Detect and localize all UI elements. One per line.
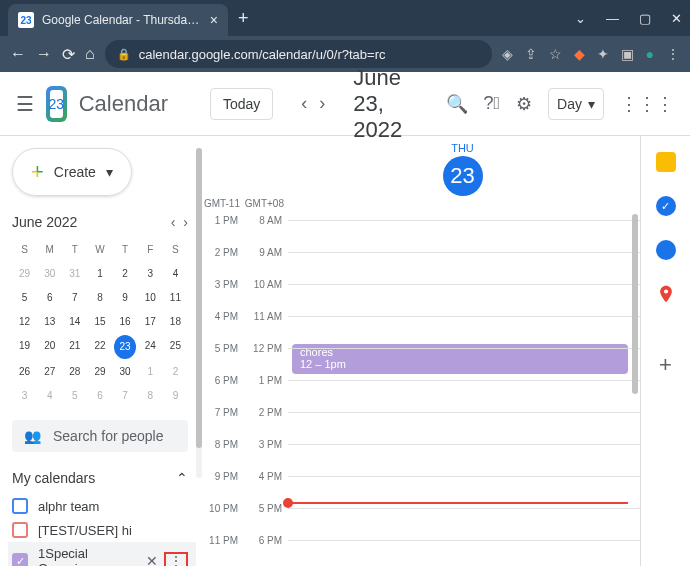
mini-cal-day[interactable]: 29: [12, 262, 37, 286]
mini-cal-day[interactable]: 6: [37, 286, 62, 310]
mini-cal-day[interactable]: 7: [62, 286, 87, 310]
mini-cal-prev-icon[interactable]: ‹: [171, 214, 176, 230]
maps-icon[interactable]: [656, 284, 676, 308]
next-period-icon[interactable]: ›: [315, 89, 329, 118]
mini-cal-day[interactable]: 19: [12, 334, 37, 358]
maximize-icon[interactable]: ▢: [639, 11, 651, 26]
hour-cell[interactable]: [288, 540, 640, 566]
main-menu-icon[interactable]: ☰: [16, 92, 34, 116]
mini-cal-day[interactable]: 15: [87, 310, 112, 334]
search-icon[interactable]: 🔍: [446, 93, 468, 115]
hour-cell[interactable]: [288, 476, 640, 508]
mini-cal-day[interactable]: 4: [37, 384, 62, 408]
calendar-list-item[interactable]: [TEST/USER] hi: [12, 518, 188, 542]
hour-row[interactable]: 11 PM6 PM: [200, 540, 640, 566]
mini-cal-day[interactable]: 11: [163, 286, 188, 310]
hour-cell[interactable]: [288, 380, 640, 412]
mini-cal-day[interactable]: 1: [87, 262, 112, 286]
tasks-icon[interactable]: [656, 196, 676, 216]
mini-cal-day[interactable]: 6: [87, 384, 112, 408]
back-icon[interactable]: ←: [10, 45, 26, 63]
extension-icon-1[interactable]: ◆: [574, 46, 585, 62]
hour-cell[interactable]: [288, 412, 640, 444]
mini-cal-day[interactable]: 31: [62, 262, 87, 286]
extension-icon-2[interactable]: ▣: [621, 46, 634, 62]
mini-cal-day[interactable]: 2: [113, 262, 138, 286]
mini-cal-day[interactable]: 3: [138, 262, 163, 286]
hour-cell[interactable]: [288, 220, 640, 252]
eye-icon[interactable]: ◈: [502, 46, 513, 62]
mini-cal-day[interactable]: 4: [163, 262, 188, 286]
forward-icon[interactable]: →: [36, 45, 52, 63]
mini-cal-day[interactable]: 9: [113, 286, 138, 310]
add-panel-icon[interactable]: +: [659, 352, 672, 378]
settings-gear-icon[interactable]: ⚙: [516, 93, 532, 115]
mini-cal-day[interactable]: 26: [12, 360, 37, 384]
home-icon[interactable]: ⌂: [85, 45, 95, 63]
mini-cal-day[interactable]: 18: [163, 310, 188, 334]
calendar-checkbox[interactable]: [12, 553, 28, 566]
share-icon[interactable]: ⇪: [525, 46, 537, 62]
reload-icon[interactable]: ⟳: [62, 45, 75, 64]
mini-cal-day[interactable]: 23: [114, 335, 136, 359]
mini-cal-day[interactable]: 17: [138, 310, 163, 334]
today-button[interactable]: Today: [210, 88, 273, 120]
mini-cal-day[interactable]: 3: [12, 384, 37, 408]
minimize-icon[interactable]: —: [606, 11, 619, 26]
calendar-checkbox[interactable]: [12, 522, 28, 538]
mini-cal-day[interactable]: 12: [12, 310, 37, 334]
mini-cal-day[interactable]: 20: [37, 334, 62, 358]
profile-icon[interactable]: ●: [646, 46, 654, 62]
star-icon[interactable]: ☆: [549, 46, 562, 62]
mini-cal-day[interactable]: 16: [113, 310, 138, 334]
browser-tab[interactable]: 23 Google Calendar - Thursday, Jun… ×: [8, 4, 228, 36]
mini-cal-day[interactable]: 25: [163, 334, 188, 358]
mini-cal-day[interactable]: 21: [62, 334, 87, 358]
calendar-list-item[interactable]: 1Special Occasi…✕⋮: [8, 542, 196, 566]
mini-cal-day[interactable]: 7: [113, 384, 138, 408]
mini-cal-day[interactable]: 1: [138, 360, 163, 384]
mini-cal-day[interactable]: 5: [62, 384, 87, 408]
mini-cal-day[interactable]: 30: [37, 262, 62, 286]
mini-cal-day[interactable]: 8: [138, 384, 163, 408]
new-tab-button[interactable]: +: [238, 8, 249, 29]
mini-cal-day[interactable]: 27: [37, 360, 62, 384]
mini-cal-day[interactable]: 2: [163, 360, 188, 384]
keep-icon[interactable]: [656, 152, 676, 172]
chevron-down-icon[interactable]: ⌄: [575, 11, 586, 26]
mini-cal-day[interactable]: 29: [87, 360, 112, 384]
mini-cal-day[interactable]: 14: [62, 310, 87, 334]
mini-cal-day[interactable]: 24: [138, 334, 163, 358]
calendar-checkbox[interactable]: [12, 498, 28, 514]
hour-cell[interactable]: [288, 316, 640, 348]
contacts-icon[interactable]: [656, 240, 676, 260]
calendar-list-item[interactable]: alphr team: [12, 494, 188, 518]
calendar-hide-icon[interactable]: ✕: [146, 553, 158, 566]
close-window-icon[interactable]: ✕: [671, 11, 682, 26]
mini-cal-day[interactable]: 28: [62, 360, 87, 384]
mini-cal-day[interactable]: 30: [113, 360, 138, 384]
hour-cell[interactable]: [288, 252, 640, 284]
hour-cell[interactable]: [288, 444, 640, 476]
search-people-input[interactable]: 👥 Search for people: [12, 420, 188, 452]
day-number[interactable]: 23: [443, 156, 483, 196]
create-button[interactable]: + Create ▾: [12, 148, 132, 196]
mini-cal-day[interactable]: 5: [12, 286, 37, 310]
tab-close-icon[interactable]: ×: [210, 12, 218, 28]
kebab-menu-icon[interactable]: ⋮: [666, 46, 680, 62]
mini-cal-day[interactable]: 10: [138, 286, 163, 310]
day-view-scrollbar[interactable]: [632, 214, 638, 394]
extensions-icon[interactable]: ✦: [597, 46, 609, 62]
mini-cal-next-icon[interactable]: ›: [183, 214, 188, 230]
google-apps-icon[interactable]: ⋮⋮⋮: [620, 93, 674, 115]
hour-cell[interactable]: [288, 348, 640, 380]
help-icon[interactable]: ?⃝: [484, 93, 501, 114]
calendar-options-icon[interactable]: ⋮: [164, 552, 188, 566]
prev-period-icon[interactable]: ‹: [297, 89, 311, 118]
mini-cal-day[interactable]: 8: [87, 286, 112, 310]
mini-cal-day[interactable]: 9: [163, 384, 188, 408]
mini-cal-day[interactable]: 22: [87, 334, 112, 358]
hour-cell[interactable]: [288, 284, 640, 316]
mini-cal-day[interactable]: 13: [37, 310, 62, 334]
address-bar[interactable]: 🔒 calendar.google.com/calendar/u/0/r?tab…: [105, 40, 492, 68]
